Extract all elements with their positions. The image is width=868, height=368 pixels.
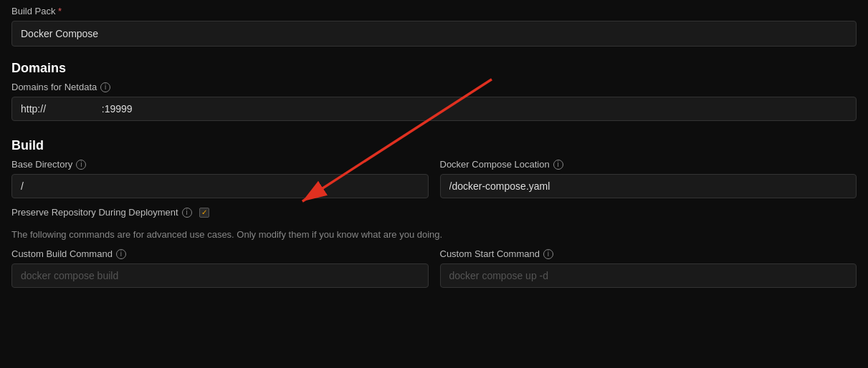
checkmark-icon: ✓: [201, 208, 207, 216]
docker-compose-info-icon[interactable]: i: [553, 160, 563, 170]
directory-row: Base Directory i Docker Compose Location…: [11, 159, 857, 198]
domain-input[interactable]: [11, 97, 857, 121]
advanced-notice: The following commands are for advanced …: [11, 229, 857, 240]
custom-build-input[interactable]: [11, 263, 429, 288]
base-directory-input[interactable]: [11, 174, 429, 198]
custom-commands-row: Custom Build Command i Custom Start Comm…: [11, 248, 857, 288]
preserve-repo-info-icon[interactable]: i: [182, 208, 192, 218]
custom-start-input[interactable]: [440, 263, 857, 288]
docker-compose-location-label: Docker Compose Location i: [440, 159, 857, 170]
base-directory-label: Base Directory i: [11, 159, 429, 170]
preserve-repo-checkbox-wrapper: ✓: [199, 208, 209, 218]
custom-start-label: Custom Start Command i: [440, 248, 857, 259]
domains-info-icon[interactable]: i: [100, 82, 110, 92]
build-pack-select[interactable]: Docker Compose: [11, 21, 857, 47]
preserve-repo-row: Preserve Repository During Deployment i …: [11, 207, 857, 218]
page-container: Build Pack * Docker Compose Domains Doma…: [0, 0, 868, 314]
build-section: Build Base Directory i Docker Compose Lo…: [11, 138, 857, 288]
docker-compose-location-col: Docker Compose Location i: [440, 159, 857, 198]
base-directory-info-icon[interactable]: i: [76, 160, 86, 170]
custom-start-command-col: Custom Start Command i: [440, 248, 857, 288]
domains-heading: Domains: [11, 61, 857, 76]
domains-sub-label: Domains for Netdata i: [11, 82, 857, 92]
build-pack-section: Build Pack * Docker Compose: [11, 0, 857, 47]
build-pack-label: Build Pack *: [11, 6, 857, 16]
domain-input-wrapper: [11, 97, 857, 121]
custom-start-info-icon[interactable]: i: [543, 249, 553, 259]
docker-compose-location-input[interactable]: [440, 174, 857, 198]
build-heading: Build: [11, 138, 857, 153]
custom-build-command-col: Custom Build Command i: [11, 248, 429, 288]
preserve-repo-checkbox[interactable]: ✓: [199, 208, 209, 218]
domains-section: Domains Domains for Netdata i: [11, 61, 857, 121]
base-directory-col: Base Directory i: [11, 159, 429, 198]
custom-build-label: Custom Build Command i: [11, 248, 429, 259]
preserve-repo-label: Preserve Repository During Deployment i: [11, 207, 192, 218]
custom-build-info-icon[interactable]: i: [116, 249, 126, 259]
